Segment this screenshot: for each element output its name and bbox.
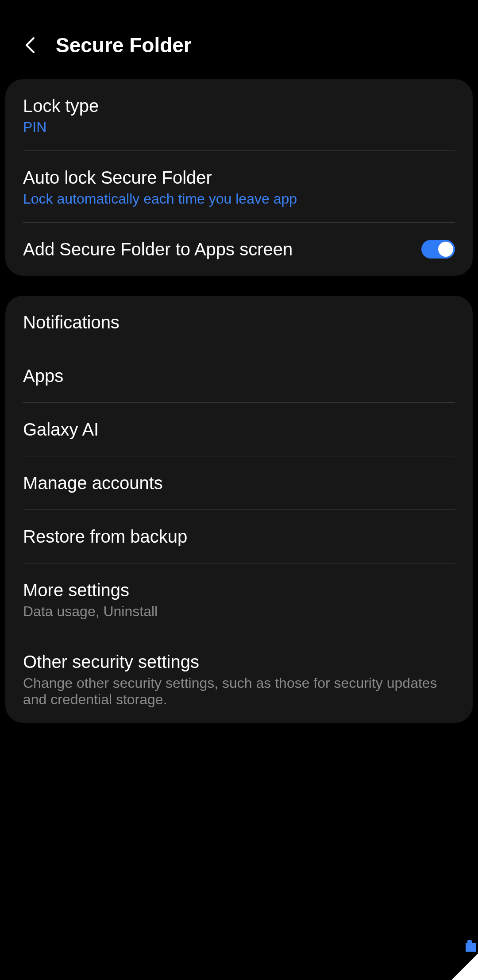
restore-backup-item[interactable]: Restore from backup xyxy=(5,510,473,563)
galaxy-ai-item[interactable]: Galaxy AI xyxy=(5,403,473,456)
lock-type-value: PIN xyxy=(23,119,455,135)
header: Secure Folder xyxy=(0,0,478,79)
more-settings-text: More settings Data usage, Uninstall xyxy=(23,579,455,620)
lock-type-title: Lock type xyxy=(23,94,455,117)
auto-lock-text: Auto lock Secure Folder Lock automatical… xyxy=(23,166,455,207)
other-security-text: Other security settings Change other sec… xyxy=(23,650,455,708)
folder-icon xyxy=(466,943,476,952)
restore-backup-text: Restore from backup xyxy=(23,525,455,548)
apps-item[interactable]: Apps xyxy=(5,349,473,402)
more-settings-item[interactable]: More settings Data usage, Uninstall xyxy=(5,563,473,635)
lock-type-text: Lock type PIN xyxy=(23,94,455,135)
apps-text: Apps xyxy=(23,364,455,387)
more-settings-subtitle: Data usage, Uninstall xyxy=(23,603,455,620)
restore-backup-title: Restore from backup xyxy=(23,525,455,548)
notifications-item[interactable]: Notifications xyxy=(5,296,473,349)
manage-accounts-text: Manage accounts xyxy=(23,471,455,494)
auto-lock-subtitle: Lock automatically each time you leave a… xyxy=(23,191,455,207)
lock-type-item[interactable]: Lock type PIN xyxy=(5,79,473,150)
general-settings-section: Notifications Apps Galaxy AI Manage acco… xyxy=(5,296,473,723)
chevron-left-icon xyxy=(25,36,35,54)
manage-accounts-title: Manage accounts xyxy=(23,471,455,494)
back-button[interactable] xyxy=(22,37,38,53)
toggle-knob xyxy=(438,242,453,257)
other-security-item[interactable]: Other security settings Change other sec… xyxy=(5,635,473,723)
other-security-title: Other security settings xyxy=(23,650,455,673)
notifications-text: Notifications xyxy=(23,311,455,334)
add-to-apps-title: Add Secure Folder to Apps screen xyxy=(23,238,408,261)
corner-indicator xyxy=(451,953,478,980)
auto-lock-item[interactable]: Auto lock Secure Folder Lock automatical… xyxy=(5,151,473,222)
more-settings-title: More settings xyxy=(23,579,455,602)
lock-settings-section: Lock type PIN Auto lock Secure Folder Lo… xyxy=(5,79,473,276)
add-to-apps-toggle[interactable] xyxy=(421,240,455,259)
other-security-subtitle: Change other security settings, such as … xyxy=(23,675,455,708)
page-title: Secure Folder xyxy=(56,33,192,57)
notifications-title: Notifications xyxy=(23,311,455,334)
manage-accounts-item[interactable]: Manage accounts xyxy=(5,456,473,509)
auto-lock-title: Auto lock Secure Folder xyxy=(23,166,455,189)
add-to-apps-item[interactable]: Add Secure Folder to Apps screen xyxy=(5,223,473,276)
add-to-apps-text: Add Secure Folder to Apps screen xyxy=(23,238,408,261)
galaxy-ai-text: Galaxy AI xyxy=(23,418,455,441)
galaxy-ai-title: Galaxy AI xyxy=(23,418,455,441)
apps-title: Apps xyxy=(23,364,455,387)
